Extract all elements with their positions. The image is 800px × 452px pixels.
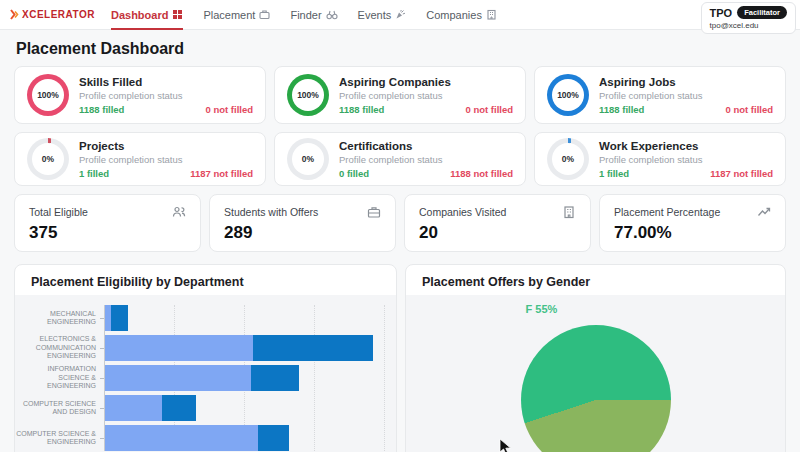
- profile-card-body: Skills FilledProfile completion status11…: [79, 76, 253, 115]
- bar-segment-segment-light-blue[interactable]: [105, 425, 258, 451]
- nav-label: Finder: [290, 9, 321, 21]
- bar-segment-segment-dark-blue[interactable]: [111, 305, 128, 331]
- profile-card-subtitle: Profile completion status: [79, 90, 253, 101]
- trend-up-icon: [757, 205, 771, 219]
- pie-chart[interactable]: [521, 325, 671, 452]
- profile-card-subtitle: Profile completion status: [339, 90, 513, 101]
- axis-tick: [100, 378, 104, 379]
- charts-row: Placement Eligibility by Department MECH…: [14, 264, 786, 452]
- filled-count: 1 filled: [599, 168, 629, 179]
- filled-count: 1188 filled: [599, 104, 644, 115]
- bar-track: [105, 365, 299, 391]
- not-filled-count: 0 not filled: [726, 104, 774, 115]
- progress-ring-value: 0%: [292, 143, 324, 175]
- bar-row: COMPUTER SCIENCE AND DESIGN: [15, 395, 396, 421]
- filled-count: 0 filled: [339, 168, 369, 179]
- profile-card-title: Projects: [79, 140, 253, 152]
- binoculars-icon: [326, 9, 338, 20]
- stats-row: Total Eligible 375 Students with Offers: [14, 194, 786, 252]
- progress-ring: 100%: [27, 74, 69, 116]
- briefcase-icon: [367, 205, 381, 219]
- stat-card-students-with-offers: Students with Offers 289: [209, 194, 396, 252]
- axis-tick: [100, 438, 104, 439]
- stat-label: Students with Offers: [224, 206, 318, 218]
- account-email: tpo@xcel.edu: [710, 21, 787, 30]
- profile-card-aspiring-jobs: 100%Aspiring JobsProfile completion stat…: [534, 66, 786, 124]
- profile-card-certifications: 0%CertificationsProfile completion statu…: [274, 132, 526, 186]
- bar-segment-segment-light-blue[interactable]: [105, 395, 162, 421]
- bar-chart-title: Placement Eligibility by Department: [15, 265, 396, 295]
- app-logo[interactable]: xcelerator: [10, 9, 95, 20]
- bar-row: COMPUTER SCIENCE & ENGINEERING: [15, 425, 396, 451]
- nav-label: Dashboard: [111, 9, 168, 21]
- filled-count: 1188 filled: [79, 104, 124, 115]
- nav-label: Companies: [426, 9, 482, 21]
- nav-label: Events: [358, 9, 392, 21]
- bar-plot: MECHANICAL ENGINEERINGELECTRONICS & COMM…: [15, 295, 396, 451]
- axis-tick: [100, 348, 104, 349]
- bar-segment-segment-light-blue[interactable]: [105, 365, 251, 391]
- profile-cards-row-1: 100%Skills FilledProfile completion stat…: [14, 66, 786, 124]
- grid-icon: [172, 9, 183, 20]
- profile-card-title: Aspiring Jobs: [599, 76, 773, 88]
- filled-count: 1188 filled: [339, 104, 384, 115]
- bar-segment-segment-dark-blue[interactable]: [251, 365, 299, 391]
- progress-ring: 100%: [547, 74, 589, 116]
- bar-track: [105, 425, 289, 451]
- placement-dashboard-screen: xcelerator Dashboard Placement Finder: [0, 0, 800, 452]
- building-icon: [486, 9, 497, 20]
- party-popper-icon: [395, 9, 406, 20]
- account-menu[interactable]: TPO Facilitator tpo@xcel.edu: [701, 2, 796, 34]
- stat-value: 289: [224, 223, 381, 243]
- pie-chart-title: Placement Offers by Gender: [406, 265, 785, 295]
- bar-segment-segment-dark-blue[interactable]: [253, 335, 373, 361]
- profile-card-title: Skills Filled: [79, 76, 253, 88]
- progress-ring: 0%: [287, 138, 329, 180]
- pie-chart-card: Placement Offers by Gender F 55%: [405, 264, 786, 452]
- profile-card-work-experiences: 0%Work ExperiencesProfile completion sta…: [534, 132, 786, 186]
- not-filled-count: 1188 not filled: [450, 168, 513, 179]
- not-filled-count: 0 not filled: [466, 104, 514, 115]
- profile-card-subtitle: Profile completion status: [599, 90, 773, 101]
- profile-card-body: Aspiring JobsProfile completion status11…: [599, 76, 773, 115]
- stat-value: 20: [419, 223, 576, 243]
- profile-card-projects: 0%ProjectsProfile completion status1 fil…: [14, 132, 266, 186]
- stat-card-companies-visited: Companies Visited 20: [404, 194, 591, 252]
- profile-card-body: Work ExperiencesProfile completion statu…: [599, 140, 773, 179]
- stat-card-total-eligible: Total Eligible 375: [14, 194, 201, 252]
- profile-card-body: CertificationsProfile completion status0…: [339, 140, 513, 179]
- profile-card-stats: 1 filled1187 not filled: [599, 168, 773, 179]
- profile-card-title: Work Experiences: [599, 140, 773, 152]
- profile-card-stats: 1188 filled0 not filled: [79, 104, 253, 115]
- nav-item-events[interactable]: Events: [358, 0, 407, 30]
- bar-segment-segment-dark-blue[interactable]: [258, 425, 289, 451]
- profile-card-body: ProjectsProfile completion status1 fille…: [79, 140, 253, 179]
- bar-category-label: INFORMATION SCIENCE & ENGINEERING: [15, 365, 100, 390]
- nav-item-finder[interactable]: Finder: [290, 0, 337, 30]
- profile-card-aspiring-companies: 100%Aspiring CompaniesProfile completion…: [274, 66, 526, 124]
- bar-segment-segment-dark-blue[interactable]: [162, 395, 196, 421]
- bar-segment-segment-light-blue[interactable]: [105, 335, 253, 361]
- nav-item-companies[interactable]: Companies: [426, 0, 497, 30]
- bar-category-label: COMPUTER SCIENCE AND DESIGN: [15, 400, 100, 417]
- nav-item-dashboard[interactable]: Dashboard: [111, 0, 183, 30]
- profile-card-stats: 1188 filled0 not filled: [599, 104, 773, 115]
- nav-item-placement[interactable]: Placement: [203, 0, 270, 30]
- bar-row: ELECTRONICS & COMMUNICATION ENGINEERING: [15, 335, 396, 361]
- progress-ring-value: 0%: [552, 143, 584, 175]
- progress-ring: 0%: [27, 138, 69, 180]
- bar-track: [105, 305, 128, 331]
- not-filled-count: 0 not filled: [206, 104, 254, 115]
- stat-value: 375: [29, 223, 186, 243]
- progress-ring-value: 0%: [32, 143, 64, 175]
- nav-label: Placement: [203, 9, 255, 21]
- nav-items: Dashboard Placement Finder: [111, 0, 497, 30]
- bar-category-label: MECHANICAL ENGINEERING: [15, 310, 100, 327]
- stat-label: Placement Percentage: [614, 206, 720, 218]
- progress-ring: 100%: [287, 74, 329, 116]
- stat-label: Companies Visited: [419, 206, 506, 218]
- stat-card-placement-percentage: Placement Percentage 77.00%: [599, 194, 786, 252]
- profile-card-subtitle: Profile completion status: [599, 154, 773, 165]
- profile-cards-row-2: 0%ProjectsProfile completion status1 fil…: [14, 132, 786, 186]
- profile-card-title: Certifications: [339, 140, 513, 152]
